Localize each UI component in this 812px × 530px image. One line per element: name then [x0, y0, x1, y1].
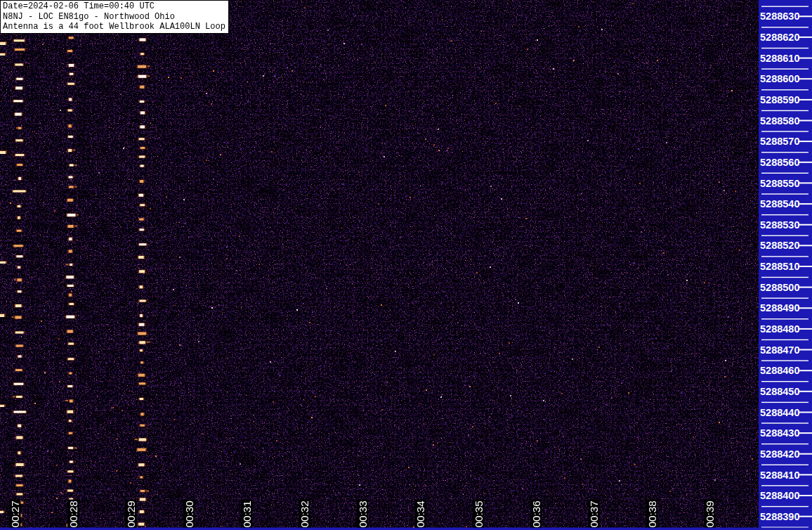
svg-text:5288470: 5288470: [760, 344, 799, 356]
svg-text:5288450: 5288450: [760, 386, 799, 397]
svg-text:00:27: 00:27: [9, 500, 21, 527]
svg-text:5288400: 5288400: [760, 490, 799, 501]
svg-text:00:34: 00:34: [414, 500, 426, 528]
svg-text:5288560: 5288560: [760, 157, 799, 168]
svg-text:00:39: 00:39: [704, 500, 716, 527]
svg-text:00:37: 00:37: [588, 500, 600, 527]
svg-text:5288420: 5288420: [760, 448, 799, 460]
svg-text:00:31: 00:31: [241, 500, 253, 527]
svg-text:5288620: 5288620: [760, 32, 799, 43]
svg-text:5288490: 5288490: [760, 302, 799, 314]
svg-text:5288600: 5288600: [760, 73, 799, 84]
svg-text:5288610: 5288610: [760, 53, 799, 64]
svg-text:00:35: 00:35: [473, 500, 485, 527]
svg-text:5288390: 5288390: [760, 511, 799, 522]
svg-text:00:29: 00:29: [125, 500, 137, 527]
svg-text:5288590: 5288590: [760, 94, 799, 105]
svg-text:5288630: 5288630: [760, 11, 799, 22]
svg-text:5288430: 5288430: [760, 427, 799, 439]
svg-text:00:38: 00:38: [646, 500, 658, 527]
svg-text:00:33: 00:33: [357, 500, 369, 527]
svg-text:5288540: 5288540: [760, 198, 799, 209]
svg-text:00:32: 00:32: [299, 500, 310, 527]
svg-text:00:28: 00:28: [67, 500, 79, 527]
svg-text:5288460: 5288460: [760, 365, 799, 376]
svg-text:5288440: 5288440: [760, 407, 799, 418]
svg-text:5288570: 5288570: [760, 136, 799, 147]
svg-text:5288580: 5288580: [760, 115, 799, 127]
svg-text:5288550: 5288550: [760, 178, 799, 189]
svg-text:5288410: 5288410: [760, 470, 799, 481]
svg-text:5288510: 5288510: [760, 261, 799, 272]
svg-text:5288500: 5288500: [760, 282, 799, 293]
svg-text:5288480: 5288480: [760, 323, 799, 335]
svg-text:00:36: 00:36: [530, 500, 542, 527]
svg-text:5288520: 5288520: [760, 240, 799, 251]
svg-text:5288530: 5288530: [760, 219, 799, 231]
svg-text:00:30: 00:30: [183, 500, 195, 527]
